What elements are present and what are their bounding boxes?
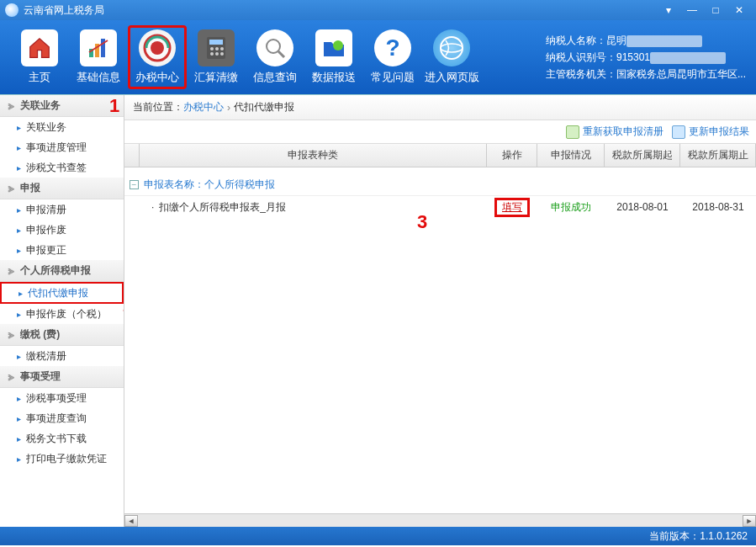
sidebar-item-printvoucher[interactable]: ▸打印电子缴款凭证 [0, 449, 124, 469]
calculator-icon [198, 29, 235, 66]
sidebar-item-label: 涉税文书查签 [26, 161, 87, 175]
minimize-button[interactable]: — [680, 2, 704, 19]
breadcrumb-current: 代扣代缴申报 [234, 100, 294, 114]
chevron-icon: ⪢ [7, 100, 17, 112]
sidebar-item-matterprogress[interactable]: ▸事项进度查询 [0, 408, 124, 428]
sidebar-item-voidpersonal[interactable]: ▸申报作废（个税） [0, 304, 124, 324]
bullet-icon: · [151, 201, 154, 213]
toolbar-home[interactable]: 主页 [10, 25, 69, 89]
action-bar: 重新获取申报清册 更新申报结果 [124, 120, 756, 144]
sidebar-item-progress[interactable]: ▸事项进度管理 [0, 137, 124, 157]
sidebar-item-withholding[interactable]: ▸代扣代缴申报 [0, 282, 124, 304]
toolbar-settlement[interactable]: 汇算清缴 [187, 25, 246, 89]
scroll-right-button[interactable]: ► [743, 515, 756, 527]
svg-point-8 [215, 47, 219, 50]
toolbar-faq-label: 常见问题 [371, 70, 415, 85]
refresh-list-link[interactable]: 重新获取申报清册 [566, 125, 663, 139]
svg-point-9 [220, 47, 224, 50]
masked-area [626, 35, 702, 47]
triangle-icon: ▸ [17, 394, 21, 403]
sidebar-group-paytax[interactable]: ⪢缴税 (费) [0, 324, 124, 346]
sidebar-item-label: 事项进度管理 [26, 141, 87, 155]
sidebar-group-label: 事项受理 [20, 369, 61, 384]
sidebar-item-declarecorrect[interactable]: ▸申报更正 [0, 240, 124, 260]
close-button[interactable]: ✕ [727, 2, 751, 19]
triangle-icon: ▸ [17, 226, 21, 235]
chevron-icon: ⪢ [7, 329, 17, 341]
sidebar-item-docdownload[interactable]: ▸税务文书下载 [0, 428, 124, 449]
breadcrumb-prefix: 当前位置： [133, 100, 183, 114]
window-title: 云南省网上税务局 [24, 3, 657, 18]
triangle-icon: ▸ [17, 205, 21, 215]
chevron-icon: ⪢ [7, 371, 17, 383]
search-icon [256, 29, 293, 66]
refresh-icon [566, 125, 579, 139]
chevron-icon: ⪢ [7, 265, 17, 277]
triangle-icon: ▸ [19, 289, 23, 298]
table-row: ·扣缴个人所得税申报表_月报 填写 申报成功 2018-08-01 2018-0… [124, 196, 756, 218]
breadcrumb: 当前位置： 办税中心 › 代扣代缴申报 [124, 95, 756, 120]
toolbar-query[interactable]: 信息查询 [246, 25, 304, 89]
th-op: 操作 [487, 144, 537, 167]
main-toolbar: 主页 基础信息 办税中心 汇算清缴 信息查询 数据报送 ? 常见问题 [0, 20, 756, 94]
svg-point-17 [441, 44, 463, 52]
sidebar-group-incometax[interactable]: ⪢个人所得税申报 [0, 260, 124, 282]
sidebar-group-declare[interactable]: ⪢申报 [0, 178, 124, 199]
toolbar-basicinfo-label: 基础信息 [77, 70, 120, 85]
collapse-icon[interactable]: − [130, 180, 139, 189]
toolbar-taxcenter[interactable]: 办税中心 [128, 25, 187, 89]
masked-area [650, 52, 726, 64]
triangle-icon: ▸ [17, 454, 21, 464]
sidebar-item-declarevoid[interactable]: ▸申报作废 [0, 220, 124, 240]
toolbar-taxcenter-label: 办税中心 [135, 70, 179, 85]
toolbar-faq[interactable]: ? 常见问题 [363, 25, 422, 89]
sidebar-group-label: 缴税 (费) [20, 327, 60, 342]
home-icon [21, 29, 58, 66]
sidebar-item-taxmatter[interactable]: ▸涉税事项受理 [0, 388, 124, 408]
toolbar-basicinfo[interactable]: 基础信息 [69, 25, 128, 89]
th-type: 申报表种类 [140, 144, 487, 167]
triangle-icon: ▸ [17, 310, 21, 319]
sidebar-item-docsign[interactable]: ▸涉税文书查签 [0, 157, 124, 178]
toolbar-home-label: 主页 [29, 70, 50, 85]
svg-point-13 [267, 40, 280, 53]
main-content: 当前位置： 办税中心 › 代扣代缴申报 重新获取申报清册 更新申报结果 申报表种… [124, 95, 756, 527]
horizontal-scrollbar[interactable]: ◄ ► [124, 513, 756, 527]
sidebar-item-paylist[interactable]: ▸缴税清册 [0, 346, 124, 366]
folder-icon [315, 29, 352, 66]
table-group-row[interactable]: − 申报表名称：个人所得税申报 [124, 174, 756, 196]
sidebar: 1 ⪢关联业务 ▸关联业务 ▸事项进度管理 ▸涉税文书查签 ⪢申报 ▸申报清册 … [0, 95, 124, 527]
fill-link[interactable]: 填写 [494, 198, 530, 217]
toolbar-datasubmit[interactable]: 数据报送 [304, 25, 363, 89]
sidebar-item-label: 税务文书下载 [26, 432, 87, 446]
sidebar-group-label: 申报 [20, 181, 40, 195]
sidebar-group-related[interactable]: ⪢关联业务 [0, 95, 124, 117]
sidebar-item-related[interactable]: ▸关联业务 [0, 117, 124, 137]
title-bar: 云南省网上税务局 ▾ — □ ✕ [0, 0, 756, 20]
refresh-label: 重新获取申报清册 [583, 125, 663, 139]
annotation-3: 3 [417, 211, 427, 233]
tax-center-icon [139, 29, 176, 66]
annotation-1: 1 [109, 95, 119, 117]
version-label: 当前版本： [649, 529, 700, 544]
maximize-button[interactable]: □ [704, 2, 727, 19]
question-icon: ? [374, 29, 411, 66]
sidebar-item-label: 申报清册 [26, 203, 66, 217]
sidebar-item-declarelist[interactable]: ▸申报清册 [0, 199, 124, 220]
th-status: 申报情况 [537, 144, 605, 167]
sidebar-item-label: 打印电子缴款凭证 [26, 452, 107, 466]
svg-line-14 [278, 51, 284, 57]
version-value: 1.1.0.1262 [700, 530, 748, 542]
th-blank [124, 144, 140, 167]
triangle-icon: ▸ [17, 123, 21, 132]
group-label: 申报表名称：个人所得税申报 [144, 178, 275, 192]
sidebar-item-label: 涉税事项受理 [26, 391, 87, 406]
update-result-link[interactable]: 更新申报结果 [672, 125, 749, 139]
breadcrumb-taxcenter[interactable]: 办税中心 [183, 100, 224, 114]
svg-point-11 [215, 52, 219, 56]
dropdown-button[interactable]: ▾ [657, 2, 680, 19]
scroll-left-button[interactable]: ◄ [124, 515, 138, 527]
toolbar-webversion[interactable]: 进入网页版 [422, 25, 481, 89]
sidebar-group-label: 关联业务 [20, 98, 61, 113]
sidebar-group-matters[interactable]: ⪢事项受理 [0, 366, 124, 388]
